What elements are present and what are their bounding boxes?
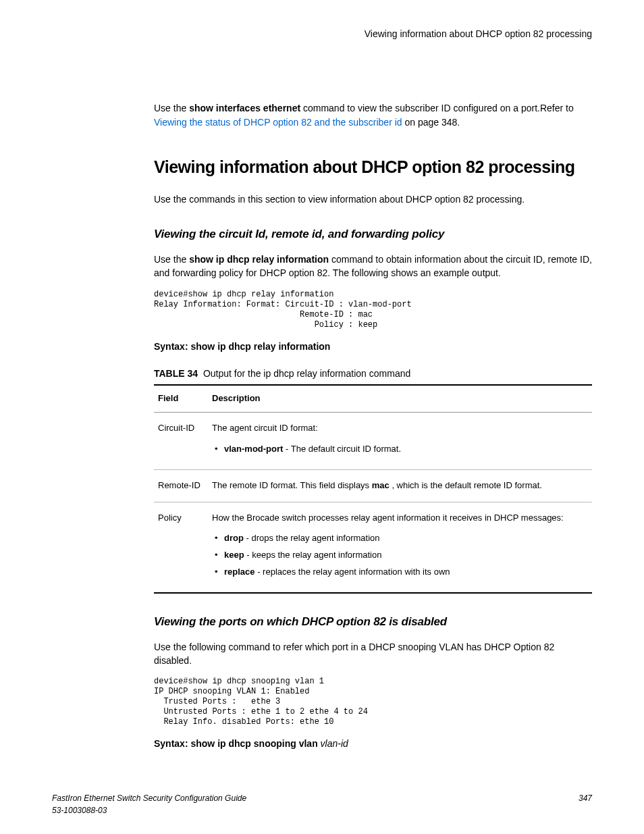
table-header-row: Field Description [154,385,592,412]
section1-syntax: Syntax: show ip dhcp relay information [154,340,592,353]
cell-desc: How the Brocade switch processes relay a… [208,502,592,593]
page-title: Viewing information about DHCP option 82… [154,155,592,179]
th-description: Description [208,385,592,412]
table-row: Remote-ID The remote ID format. This fie… [154,469,592,502]
section1-paragraph: Use the show ip dhcp relay information c… [154,253,592,280]
cell-field: Circuit-ID [154,413,208,470]
table-caption: TABLE 34 Output for the ip dhcp relay in… [154,367,592,380]
intro-text-b: command to view the subscriber ID config… [300,103,574,113]
output-table: Field Description Circuit-ID The agent c… [154,384,592,594]
table-row: Policy How the Brocade switch processes … [154,502,592,593]
li-rest: - The default circuit ID format. [283,444,401,454]
desc-list: vlan-mod-port - The default circuit ID f… [212,443,588,456]
table-caption-label: TABLE 34 [154,368,198,379]
sec2-syntax-italic: vlan-id [321,738,348,749]
sec1-syntax-bold: Syntax: show ip dhcp relay information [154,341,330,352]
li-bold: vlan-mod-port [224,444,283,454]
section1-code: device#show ip dhcp relay information Re… [154,290,592,330]
cell-desc: The agent circuit ID format: vlan-mod-po… [208,413,592,470]
h1-paragraph: Use the commands in this section to view… [154,192,592,206]
li-rest: - keeps the relay agent information [244,550,382,560]
li-bold: drop [224,533,244,543]
cell-desc: The remote ID format. This field display… [208,469,592,502]
footer-title: FastIron Ethernet Switch Security Config… [52,793,592,804]
th-field: Field [154,385,208,412]
intro-text-a: Use the [154,103,189,113]
li-bold: keep [224,550,244,560]
table-row: Circuit-ID The agent circuit ID format: … [154,413,592,470]
section2-code: device#show ip dhcp snooping vlan 1 IP D… [154,677,592,727]
sec1-text-a: Use the [154,254,189,265]
sec1-command: show ip dhcp relay information [189,254,329,265]
desc-a: The remote ID format. This field display… [212,480,372,490]
list-item: vlan-mod-port - The default circuit ID f… [212,443,588,456]
section2-heading: Viewing the ports on which DHCP option 8… [154,614,592,631]
desc-list: drop - drops the relay agent information… [212,532,588,579]
page-footer: 347 FastIron Ethernet Switch Security Co… [52,793,592,816]
section2-syntax: Syntax: show ip dhcp snooping vlan vlan-… [154,737,592,750]
page-number: 347 [579,793,592,804]
running-header: Viewing information about DHCP option 82… [154,27,592,41]
list-item: drop - drops the relay agent information [212,532,588,545]
desc-lead: How the Brocade switch processes relay a… [212,513,564,523]
li-rest: - replaces the relay agent information w… [255,567,450,577]
intro-text-c: on page 348. [402,117,460,128]
intro-command: show interfaces ethernet [189,103,300,113]
section2-paragraph: Use the following command to refer which… [154,640,592,668]
cell-field: Policy [154,502,208,593]
table-caption-text: Output for the ip dhcp relay information… [203,368,410,379]
desc-bold: mac [372,480,390,490]
footer-docnum: 53-1003088-03 [52,805,592,816]
li-rest: - drops the relay agent information [244,533,380,543]
intro-paragraph: Use the show interfaces ethernet command… [154,101,592,129]
list-item: keep - keeps the relay agent information [212,549,588,562]
desc-lead: The agent circuit ID format: [212,423,318,433]
section1-heading: Viewing the circuit Id, remote id, and f… [154,226,592,243]
list-item: replace - replaces the relay agent infor… [212,566,588,579]
li-bold: replace [224,567,255,577]
cell-field: Remote-ID [154,469,208,502]
desc-b: , which is the default remote ID format. [390,480,542,490]
sec2-syntax-bold: Syntax: show ip dhcp snooping vlan [154,738,321,749]
intro-link[interactable]: Viewing the status of DHCP option 82 and… [154,117,402,128]
